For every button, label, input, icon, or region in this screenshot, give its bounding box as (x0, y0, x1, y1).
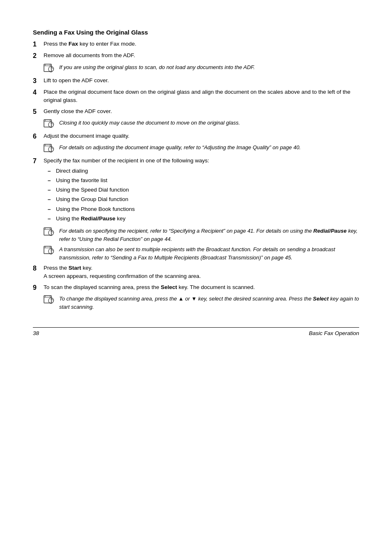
note-text-5: Closing it too quickly may cause the doc… (59, 119, 240, 127)
note-icon-5 (44, 119, 57, 130)
note-step-7b: A transmission can also be sent to multi… (44, 245, 359, 261)
sub-item-favorite: –Using the favorite list (48, 176, 359, 185)
sub-item-label-direct: Direct dialing (56, 167, 88, 175)
sub-item-phonebook: –Using the Phone Book functions (48, 205, 359, 213)
step-text-4: Place the original document face down on… (44, 88, 359, 105)
section-title: Sending a Fax Using the Original Glass (33, 29, 359, 36)
step-number-7: 7 (33, 157, 42, 166)
step-number-5: 5 (33, 107, 42, 116)
note-icon-6 (44, 144, 57, 154)
step-1: 1 Press the Fax key to enter Fax mode. (33, 40, 359, 49)
step-number-3: 3 (33, 76, 42, 86)
note-text-7b: A transmission can also be sent to multi… (59, 245, 359, 261)
note-text-9: To change the displayed scanning area, p… (59, 295, 359, 311)
step-7: 7 Specify the fax number of the recipien… (33, 157, 359, 224)
step-list: 1 Press the Fax key to enter Fax mode. 2… (33, 40, 359, 311)
page-footer: 38 Basic Fax Operation (33, 327, 359, 336)
step-text-1: Press the Fax key to enter Fax mode. (44, 40, 359, 48)
step-number-8: 8 (33, 264, 42, 273)
step-text-6: Adjust the document image quality. (44, 132, 359, 140)
step-number-4: 4 (33, 88, 42, 97)
note-icon-7a (44, 227, 57, 238)
note-step-9: To change the displayed scanning area, p… (44, 295, 359, 311)
footer-title: Basic Fax Operation (309, 330, 359, 336)
step-number-1: 1 (33, 40, 42, 49)
step-text-9: To scan the displayed scanning area, pre… (44, 283, 359, 291)
sub-item-redial: –Using the Redial/Pause key (48, 215, 359, 223)
step-text-8: Press the Start key.A screen appears, re… (44, 264, 359, 281)
sub-list-7: –Direct dialing –Using the favorite list… (48, 167, 359, 223)
note-step-5: Closing it too quickly may cause the doc… (44, 119, 359, 130)
page-container: Sending a Fax Using the Original Glass 1… (33, 29, 359, 336)
note-icon-2 (44, 64, 57, 74)
step-number-9: 9 (33, 283, 42, 292)
sub-item-label-phonebook: Using the Phone Book functions (56, 205, 135, 213)
sub-item-direct: –Direct dialing (48, 167, 359, 175)
step-text-2: Remove all documents from the ADF. (44, 51, 359, 60)
step-text-7: Specify the fax number of the recipient … (44, 157, 359, 224)
step-number-2: 2 (33, 51, 42, 60)
step-number-6: 6 (33, 132, 42, 141)
sub-item-label-speed: Using the Speed Dial function (56, 186, 129, 194)
note-step-6: For details on adjusting the document im… (44, 143, 359, 154)
step-text-5: Gently close the ADF cover. (44, 107, 359, 116)
step-2: 2 Remove all documents from the ADF. (33, 51, 359, 60)
step-9: 9 To scan the displayed scanning area, p… (33, 283, 359, 292)
step-8: 8 Press the Start key.A screen appears, … (33, 264, 359, 281)
step-4: 4 Place the original document face down … (33, 88, 359, 105)
step-6: 6 Adjust the document image quality. (33, 132, 359, 141)
note-text-7a: For details on specifying the recipient,… (59, 227, 359, 243)
sub-item-label-favorite: Using the favorite list (56, 176, 107, 185)
note-icon-9 (44, 295, 57, 305)
footer-page-number: 38 (33, 330, 39, 336)
note-text-6: For details on adjusting the document im… (59, 143, 301, 152)
sub-item-label-redial: Using the Redial/Pause key (56, 215, 126, 223)
note-step-2: If you are using the original glass to s… (44, 63, 359, 74)
sub-item-speed: –Using the Speed Dial function (48, 186, 359, 194)
note-text-2: If you are using the original glass to s… (59, 63, 255, 72)
step-text-3: Lift to open the ADF cover. (44, 76, 359, 85)
note-step-7a: For details on specifying the recipient,… (44, 227, 359, 243)
sub-item-group: –Using the Group Dial function (48, 195, 359, 204)
note-icon-7b (44, 246, 57, 256)
sub-item-label-group: Using the Group Dial function (56, 195, 128, 204)
step-3: 3 Lift to open the ADF cover. (33, 76, 359, 86)
step-5: 5 Gently close the ADF cover. (33, 107, 359, 116)
